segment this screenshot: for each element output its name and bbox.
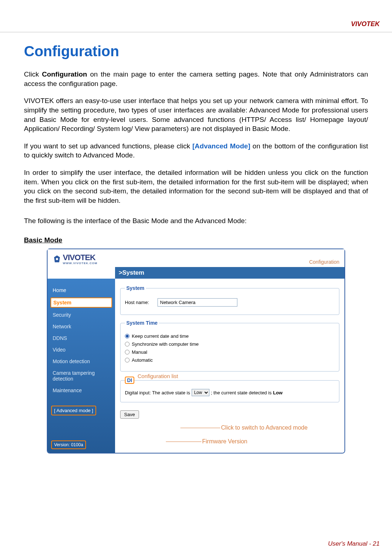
connector-line [180, 428, 220, 428]
paragraph-5: The following is the interface of the Ba… [24, 216, 368, 226]
system-group: System Host name: [120, 285, 339, 315]
brand-header: VIVOTEK [351, 20, 380, 28]
basic-mode-heading: Basic Mode [24, 236, 368, 244]
sidebar-item-system[interactable]: System [50, 297, 112, 308]
sidebar-item-tamper[interactable]: Camera tampering detection [51, 367, 111, 385]
logo-icon [53, 255, 61, 263]
save-button[interactable]: Save [120, 410, 139, 419]
di-state-value: Low [273, 390, 282, 395]
paragraph-4: In order to simplify the user interface,… [24, 168, 368, 205]
di-select[interactable]: Low [192, 389, 209, 396]
radio-auto[interactable] [125, 358, 130, 362]
sidebar-item-ddns[interactable]: DDNS [51, 332, 111, 344]
connector-line [166, 442, 201, 442]
configuration-link[interactable]: Configuration [309, 259, 339, 265]
sidebar-item-maintenance[interactable]: Maintenance [51, 385, 111, 396]
di-text-b: ; the current state detected is [211, 390, 272, 395]
system-legend: System [125, 285, 146, 291]
advanced-mode-button[interactable]: [ Advanced mode ] [51, 406, 96, 415]
system-time-group: System Time Keep current date and time S… [120, 320, 339, 372]
logo: VIVOTEK WWW.VIVOTEK.COM [53, 253, 97, 265]
radio-manual[interactable] [125, 350, 130, 354]
di-text-a: Digital input: The active state is [125, 390, 190, 395]
sidebar: Home System Security Network DDNS Video … [48, 279, 115, 453]
di-legend: DI [125, 377, 134, 384]
callout-firmware: Firmware Version [202, 438, 247, 445]
sidebar-item-video[interactable]: Video [51, 344, 111, 356]
sidebar-item-home[interactable]: Home [51, 284, 111, 296]
page-footer: User's Manual - 21 [328, 540, 380, 547]
config-list-callout: Configuration list [136, 373, 180, 379]
sidebar-item-network[interactable]: Network [51, 321, 111, 332]
main-panel: System Host name: System Time Keep curre… [115, 279, 344, 453]
radio-keep[interactable] [125, 334, 130, 338]
paragraph-2: VIVOTEK offers an easy-to-use user inter… [24, 96, 368, 134]
sidebar-item-motion[interactable]: Motion detection [51, 356, 111, 367]
hostname-label: Host name: [125, 300, 154, 305]
svg-point-0 [56, 258, 58, 260]
radio-manual-label: Manual [132, 349, 147, 355]
radio-sync-label: Synchronize with computer time [132, 341, 199, 347]
version-label: Version: 0100a [51, 440, 86, 449]
paragraph-1: Click Configuration on the main page to … [24, 70, 368, 88]
radio-auto-label: Automatic [132, 357, 153, 363]
callout-advanced: Click to switch to Advanced mode [221, 424, 307, 431]
paragraph-3: If you want to set up advanced functions… [24, 141, 368, 160]
radio-keep-label: Keep current date and time [132, 333, 189, 339]
system-time-legend: System Time [125, 320, 159, 326]
basic-mode-screenshot: VIVOTEK WWW.VIVOTEK.COM Configuration >S… [47, 249, 345, 454]
radio-sync[interactable] [125, 342, 130, 346]
section-header: >System [115, 267, 344, 279]
hostname-input[interactable] [158, 298, 237, 307]
di-group: DI Digital input: The active state is Lo… [120, 377, 339, 402]
page-title: Configuration [24, 43, 368, 59]
sidebar-item-security[interactable]: Security [51, 309, 111, 321]
